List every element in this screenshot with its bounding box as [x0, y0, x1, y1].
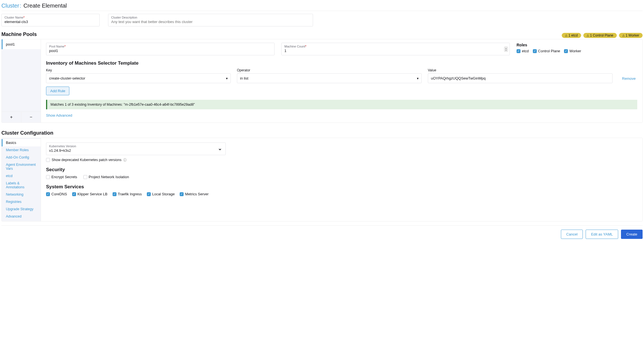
security-checkbox[interactable]: ✓Encrypt Secrets [46, 175, 77, 179]
kubernetes-version-value: v1.24.9+k3s2 [49, 148, 223, 153]
add-rule-button[interactable]: Add Rule [46, 87, 69, 95]
service-checkbox[interactable]: ✓Metrics Server [180, 192, 209, 196]
title-sep: : [20, 3, 21, 9]
machine-count-input[interactable] [284, 48, 507, 53]
pool-tab[interactable]: pool1 [2, 39, 41, 49]
machine-count-field[interactable]: Machine Count* ▲▼ [281, 43, 510, 55]
machine-count-label: Machine Count [284, 45, 305, 48]
role-checkbox[interactable]: ✓Control Plane [533, 49, 560, 53]
match-banner: Matches 1 of 3 existing Inventory of Mac… [46, 100, 637, 109]
config-tab[interactable]: Upgrade Strategy [2, 205, 41, 213]
machine-pools-title: Machine Pools [1, 31, 37, 37]
config-tab[interactable]: Add-On Config [2, 154, 41, 161]
checkbox-icon: ✓ [72, 192, 76, 196]
status-badge: △1 etcd [562, 33, 581, 38]
footer-actions: Cancel Edit as YAML Create [1, 225, 643, 239]
remove-rule-link[interactable]: Remove [620, 76, 637, 83]
create-button[interactable]: Create [621, 230, 643, 239]
checkbox-icon: ✓ [46, 175, 50, 179]
cluster-description-label: Cluster Description [111, 16, 310, 19]
pool-name-field[interactable]: Pool Name* [46, 43, 275, 55]
config-tab[interactable]: Labels & Annotations [2, 180, 41, 191]
page-title: Cluster: Create Elemental [1, 3, 643, 11]
selector-operator-select[interactable]: in list [237, 73, 422, 83]
kubernetes-version-select[interactable]: Kubernetes Version v1.24.9+k3s2 [46, 142, 226, 155]
stepper-icon[interactable]: ▲▼ [504, 47, 508, 52]
info-icon[interactable]: i [123, 158, 127, 162]
checkbox-icon: ✓ [517, 49, 520, 53]
config-tab[interactable]: Advanced [2, 213, 41, 220]
config-tab[interactable]: Basics [2, 139, 41, 146]
service-checkbox[interactable]: ✓Traefik Ingress [113, 192, 142, 196]
checkbox-icon: ✓ [533, 49, 537, 53]
service-checkbox[interactable]: ✓CoreDNS [46, 192, 67, 196]
cluster-name-input[interactable] [4, 19, 97, 24]
checkbox-icon: ✓ [564, 49, 568, 53]
pool-tabs-sidebar: pool1 + − [2, 39, 41, 123]
selector-key-label: Key [46, 68, 231, 72]
roles-title: Roles [517, 43, 637, 47]
role-checkbox[interactable]: ✓etcd [517, 49, 529, 53]
service-checkbox[interactable]: ✓Local Storage [147, 192, 175, 196]
deprecated-label: Show deprecated Kubernetes patch version… [52, 158, 122, 162]
cancel-button[interactable]: Cancel [561, 230, 583, 239]
config-tab[interactable]: Member Roles [2, 146, 41, 154]
show-advanced-link[interactable]: Show Advanced [46, 113, 72, 117]
warning-icon: △ [565, 34, 567, 37]
title-name: Create Elemental [23, 3, 67, 9]
warning-icon: △ [622, 34, 625, 37]
cluster-configuration-title: Cluster Configuration [1, 130, 643, 136]
checkbox-icon: ✓ [46, 192, 50, 196]
security-title: Security [46, 167, 637, 173]
checkbox-icon: ✓ [147, 192, 151, 196]
deprecated-checkbox[interactable]: ✓ [46, 158, 50, 162]
add-pool-button[interactable]: + [2, 112, 21, 123]
inventory-selector-title: Inventory of Machines Selector Template [46, 60, 637, 66]
checkbox-icon: ✓ [83, 175, 87, 179]
pool-name-input[interactable] [49, 48, 271, 53]
checkbox-icon: ✓ [180, 192, 184, 196]
pool-name-label: Pool Name [49, 45, 64, 48]
security-checkbox[interactable]: ✓Project Network Isolation [83, 175, 129, 179]
pool-badges: △1 etcd△1 Control Plane△1 Worker [562, 33, 643, 38]
kubernetes-version-label: Kubernetes Version [49, 144, 223, 148]
warning-icon: △ [587, 34, 589, 37]
cluster-name-label: Cluster Name [4, 16, 23, 19]
selector-value-input[interactable]: uOYPAQrhgzUQQSewTwGinMpq [428, 73, 613, 83]
config-tab[interactable]: Agent Environment Vars [2, 161, 41, 172]
remove-pool-button[interactable]: − [21, 112, 41, 123]
cluster-description-field[interactable]: Cluster Description [108, 14, 313, 26]
edit-as-yaml-button[interactable]: Edit as YAML [586, 230, 618, 239]
selector-operator-label: Operator [237, 68, 422, 72]
config-tab[interactable]: Networking [2, 191, 41, 198]
config-tab[interactable]: Registries [2, 198, 41, 205]
title-prefix: Cluster [1, 3, 19, 9]
cluster-name-field[interactable]: Cluster Name* [1, 14, 100, 26]
cluster-description-input[interactable] [111, 19, 310, 24]
status-badge: △1 Control Plane [583, 33, 617, 38]
service-checkbox[interactable]: ✓Klipper Service LB [72, 192, 108, 196]
config-tab[interactable]: etcd [2, 172, 41, 180]
selector-value-label: Value [428, 68, 613, 72]
checkbox-icon: ✓ [113, 192, 117, 196]
selector-key-select[interactable]: create-cluster-selector [46, 73, 231, 83]
config-tabs-sidebar: BasicsMember RolesAdd-On ConfigAgent Env… [2, 138, 41, 221]
role-checkbox[interactable]: ✓Worker [564, 49, 581, 53]
status-badge: △1 Worker [619, 33, 643, 38]
roles-group: Roles ✓etcd✓Control Plane✓Worker [517, 43, 637, 53]
system-services-title: System Services [46, 184, 637, 190]
